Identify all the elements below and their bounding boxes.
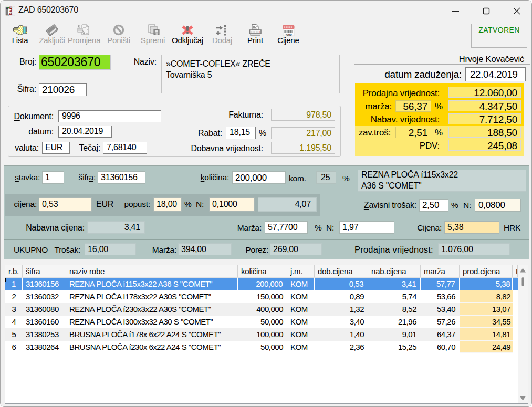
svg-text:*299: *299	[286, 33, 292, 36]
svg-text:RAC: RAC	[8, 6, 13, 15]
